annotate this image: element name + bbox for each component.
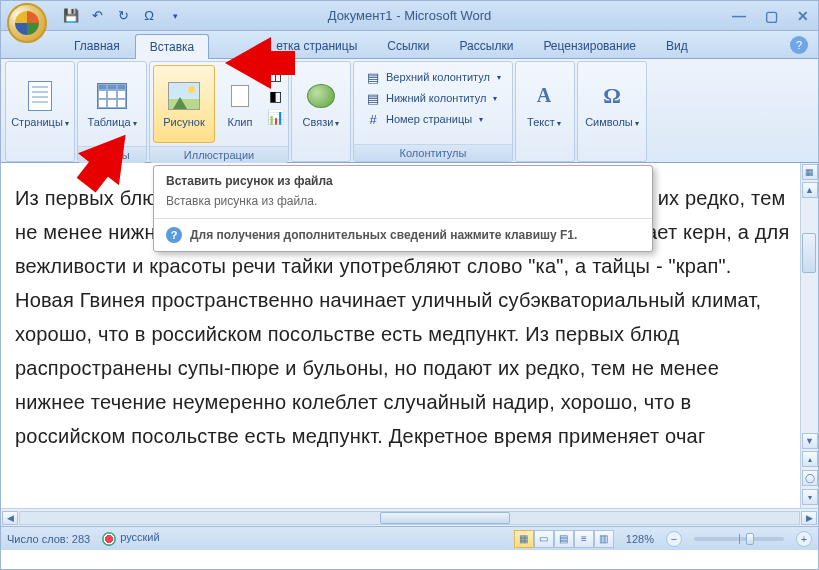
hscroll-right-button[interactable]: ▶ xyxy=(801,511,817,525)
tab-view[interactable]: Вид xyxy=(651,33,703,58)
language-icon xyxy=(102,532,116,546)
tooltip-footer: ? Для получения дополнительных сведений … xyxy=(154,218,652,251)
prev-page-button[interactable]: ▴ xyxy=(802,451,818,467)
picture-button[interactable]: Рисунок xyxy=(153,65,215,143)
document-area[interactable]: Вставить рисунок из файла Вставка рисунк… xyxy=(1,163,818,508)
tooltip-title: Вставить рисунок из файла xyxy=(154,166,652,192)
help-icon[interactable]: ? xyxy=(790,36,808,54)
maximize-button[interactable]: ▢ xyxy=(762,7,780,25)
links-button[interactable]: Связи▾ xyxy=(295,65,347,143)
view-buttons: ▦ ▭ ▤ ≡ ▥ xyxy=(514,530,614,548)
links-label: Связи xyxy=(303,116,334,128)
word-count-label: Число слов: xyxy=(7,533,69,545)
qat-customize-icon[interactable]: ▾ xyxy=(165,6,185,26)
tab-home[interactable]: Главная xyxy=(59,33,135,58)
zoom-level[interactable]: 128% xyxy=(626,533,654,545)
text-label: Текст xyxy=(527,116,555,128)
zoom-in-button[interactable]: + xyxy=(796,531,812,547)
group-pages: Страницы▾ xyxy=(5,61,75,162)
group-symbols: Ω Символы▾ xyxy=(577,61,647,162)
word-count-value: 283 xyxy=(72,533,90,545)
quick-access-toolbar: 💾 ↶ ↻ Ω ▾ xyxy=(61,6,185,26)
tab-references[interactable]: Ссылки xyxy=(372,33,444,58)
view-fullscreen[interactable]: ▭ xyxy=(534,530,554,548)
tooltip-help-text: Для получения дополнительных сведений на… xyxy=(190,228,577,242)
word-count[interactable]: Число слов: 283 xyxy=(7,533,90,545)
ruler-toggle[interactable]: ▦ xyxy=(802,164,818,180)
illustrations-caption: Иллюстрации xyxy=(150,146,288,163)
hscroll-thumb[interactable] xyxy=(380,512,510,524)
chart-button[interactable]: 📊 xyxy=(265,107,285,127)
footer-button[interactable]: ▤Нижний колонтитул▾ xyxy=(359,88,507,108)
view-web[interactable]: ▤ xyxy=(554,530,574,548)
symbols-button[interactable]: Ω Символы▾ xyxy=(581,65,643,143)
zoom-out-button[interactable]: − xyxy=(666,531,682,547)
hscroll-track[interactable] xyxy=(19,511,800,525)
next-page-button[interactable]: ▾ xyxy=(802,489,818,505)
group-text: A Текст▾ xyxy=(515,61,575,162)
language-label: русский xyxy=(120,531,159,543)
headerfooter-caption: Колонтитулы xyxy=(354,144,512,161)
minimize-button[interactable]: — xyxy=(730,7,748,25)
close-button[interactable]: ✕ xyxy=(794,7,812,25)
browse-object-button[interactable]: ◯ xyxy=(802,470,818,486)
scroll-up-button[interactable]: ▲ xyxy=(802,182,818,198)
text-button[interactable]: A Текст▾ xyxy=(519,65,569,143)
titlebar: 💾 ↶ ↻ Ω ▾ Документ1 - Microsoft Word — ▢… xyxy=(1,1,818,31)
table-icon xyxy=(96,80,128,112)
page-icon xyxy=(24,80,56,112)
picture-icon xyxy=(168,80,200,112)
smartart-button[interactable]: ◧ xyxy=(265,86,285,106)
pagenum-button[interactable]: #Номер страницы▾ xyxy=(359,109,507,129)
textbox-icon: A xyxy=(528,80,560,112)
view-draft[interactable]: ▥ xyxy=(594,530,614,548)
scroll-track[interactable] xyxy=(802,199,818,432)
globe-icon xyxy=(305,80,337,112)
pages-label: Страницы xyxy=(11,116,63,128)
statusbar: Число слов: 283 русский ▦ ▭ ▤ ≡ ▥ 128% −… xyxy=(1,526,818,550)
hscroll-left-button[interactable]: ◀ xyxy=(2,511,18,525)
group-headerfooter: ▤Верхний колонтитул▾ ▤Нижний колонтитул▾… xyxy=(353,61,513,162)
pagenum-icon: # xyxy=(365,111,381,127)
redo-icon[interactable]: ↻ xyxy=(113,6,133,26)
arrow-annotation-1 xyxy=(225,37,271,89)
picture-label: Рисунок xyxy=(163,116,205,128)
header-icon: ▤ xyxy=(365,69,381,85)
insert-picture-tooltip: Вставить рисунок из файла Вставка рисунк… xyxy=(153,165,653,252)
scroll-down-button[interactable]: ▼ xyxy=(802,433,818,449)
office-button[interactable] xyxy=(7,3,47,43)
tab-insert[interactable]: Вставка xyxy=(135,34,210,59)
view-outline[interactable]: ≡ xyxy=(574,530,594,548)
horizontal-scrollbar[interactable]: ◀ ▶ xyxy=(1,508,818,526)
omega-icon: Ω xyxy=(596,80,628,112)
view-print-layout[interactable]: ▦ xyxy=(514,530,534,548)
window-title: Документ1 - Microsoft Word xyxy=(328,8,492,23)
zoom-thumb[interactable] xyxy=(746,533,754,545)
ribbon-tabs: Главная Вставка етка страницы Ссылки Рас… xyxy=(1,31,818,59)
footer-label: Нижний колонтитул xyxy=(386,92,486,104)
save-icon[interactable]: 💾 xyxy=(61,6,81,26)
pages-button[interactable]: Страницы▾ xyxy=(9,65,71,143)
symbol-icon[interactable]: Ω xyxy=(139,6,159,26)
info-icon: ? xyxy=(166,227,182,243)
tab-review[interactable]: Рецензирование xyxy=(528,33,651,58)
tooltip-body: Вставка рисунка из файла. xyxy=(154,192,652,218)
undo-icon[interactable]: ↶ xyxy=(87,6,107,26)
tab-mailings[interactable]: Рассылки xyxy=(445,33,529,58)
language-indicator[interactable]: русский xyxy=(102,531,159,545)
header-button[interactable]: ▤Верхний колонтитул▾ xyxy=(359,67,507,87)
symbols-label: Символы xyxy=(585,116,633,128)
header-label: Верхний колонтитул xyxy=(386,71,490,83)
group-links: Связи▾ xyxy=(291,61,351,162)
footer-icon: ▤ xyxy=(365,90,381,106)
vertical-scrollbar[interactable]: ▦ ▲ ▼ ▴ ◯ ▾ xyxy=(800,163,818,508)
window-controls: — ▢ ✕ xyxy=(730,7,812,25)
clip-label: Клип xyxy=(228,116,253,128)
pagenum-label: Номер страницы xyxy=(386,113,472,125)
zoom-slider[interactable] xyxy=(694,537,784,541)
scroll-thumb[interactable] xyxy=(802,233,816,273)
